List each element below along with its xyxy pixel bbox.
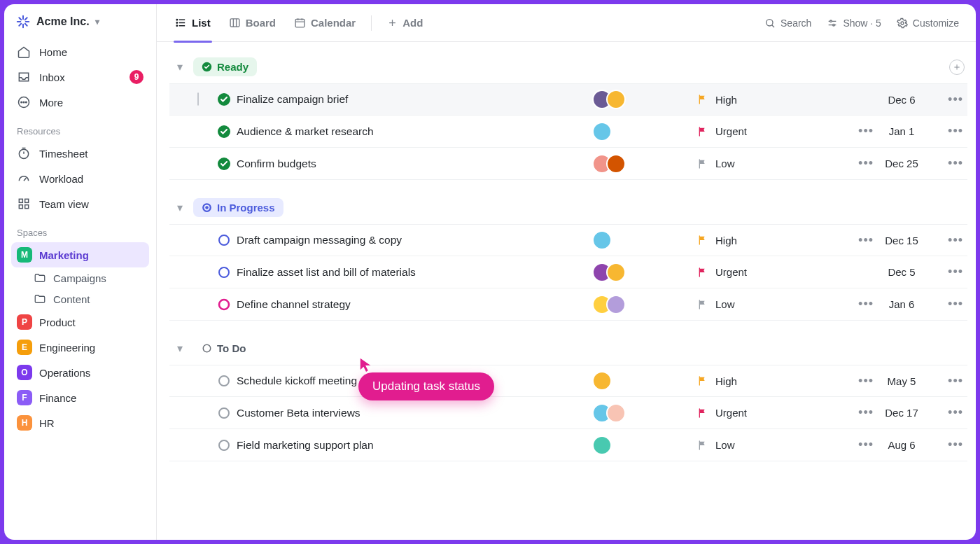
customize-button[interactable]: Customize [891,13,965,33]
add-view-button[interactable]: Add [380,4,430,42]
avatar[interactable] [592,371,612,391]
row-menu-button[interactable]: ••• [948,156,963,171]
status-circle-icon[interactable] [217,157,231,171]
date-cell[interactable]: •••Jan 1 [823,124,921,139]
date-cell[interactable]: •••Dec 17 [823,405,921,420]
subtask-indicator-icon[interactable]: ••• [858,233,874,248]
view-tab-list[interactable]: List [168,4,218,42]
task-row[interactable]: Define channel strategyLow•••Jan 6••• [169,288,967,321]
avatar[interactable] [592,122,612,141]
assignees[interactable] [592,122,697,141]
avatar[interactable] [592,435,612,455]
date-cell[interactable]: •••Dec 15 [823,233,921,248]
assignees[interactable] [592,154,697,174]
chevron-down-icon[interactable]: ▾ [174,202,186,214]
row-menu-button[interactable]: ••• [948,265,963,279]
chevron-down-icon[interactable]: ▾ [174,61,186,74]
row-menu-button[interactable]: ••• [948,297,963,312]
priority-cell[interactable]: High [697,235,823,246]
status-chip-todo[interactable]: To Do [193,339,254,358]
view-tab-calendar[interactable]: Calendar [287,4,363,42]
priority-cell[interactable]: Low [697,158,823,169]
nav-workload[interactable]: Workload [11,166,149,191]
nav-inbox[interactable]: Inbox 9 [11,64,149,90]
subtask-indicator-icon[interactable]: ••• [858,297,874,312]
assignees[interactable] [592,435,697,455]
priority-cell[interactable]: High [697,94,823,106]
subtask-indicator-icon[interactable]: ••• [858,156,874,171]
assignees[interactable] [592,403,697,423]
row-menu-button[interactable]: ••• [948,233,963,248]
date-cell[interactable]: •••Dec 25 [823,156,921,171]
task-row[interactable]: Finalize asset list and bill of material… [169,256,967,288]
assignees[interactable] [592,295,697,314]
avatar[interactable] [606,263,626,282]
date-cell[interactable]: •••May 5 [823,374,921,389]
show-button[interactable]: Show · 5 [821,13,886,33]
add-task-ready[interactable]: ＋ [949,60,965,75]
row-menu-button[interactable]: ••• [948,405,963,420]
avatar[interactable] [606,295,626,314]
date-cell[interactable]: Dec 5 [823,266,921,278]
avatar[interactable] [606,154,626,174]
status-circle-icon[interactable] [217,265,231,279]
date-cell[interactable]: •••Jan 6 [823,297,921,312]
status-circle-icon[interactable] [217,233,231,247]
subtask-indicator-icon[interactable]: ••• [858,405,874,420]
task-row[interactable]: Customer Beta interviewsUrgent•••Dec 17•… [169,397,967,429]
date-cell[interactable]: •••Aug 6 [823,438,921,452]
space-item-hr[interactable]: HHR [11,410,149,435]
status-circle-icon[interactable] [217,298,231,312]
nav-timesheet[interactable]: Timesheet [11,141,149,166]
search-button[interactable]: Search [759,13,817,33]
assignees[interactable] [592,90,697,109]
task-row[interactable]: Audience & market researchUrgent•••Jan 1… [169,116,967,148]
space-item-operations[interactable]: OOperations [11,360,149,385]
task-row[interactable]: Draft campaign messaging & copyHigh•••De… [169,224,967,256]
status-circle-icon[interactable] [217,374,231,388]
task-row[interactable]: Field marketing support planLow•••Aug 6•… [169,429,967,461]
space-item-engineering[interactable]: EEngineering [11,335,149,360]
priority-cell[interactable]: Urgent [697,125,823,137]
row-menu-button[interactable]: ••• [948,124,963,139]
priority-cell[interactable]: Low [697,298,823,310]
subspace-campaigns[interactable]: Campaigns [11,267,149,288]
status-circle-icon[interactable] [217,92,231,106]
chevron-down-icon[interactable]: ▾ [174,342,186,355]
row-menu-button[interactable]: ••• [948,92,963,107]
subtask-indicator-icon[interactable]: ••• [858,374,874,389]
assignees[interactable] [592,371,697,391]
subtask-indicator-icon[interactable]: ••• [858,438,874,452]
row-menu-button[interactable]: ••• [948,438,963,452]
status-circle-icon[interactable] [217,125,231,139]
priority-cell[interactable]: Urgent [697,407,823,419]
status-chip-ready[interactable]: Ready [193,57,257,76]
view-tab-board[interactable]: Board [222,4,283,42]
avatar[interactable] [606,90,626,109]
task-row[interactable]: Schedule kickoff meetingHigh•••May 5••• [169,365,967,397]
status-circle-icon[interactable] [217,438,231,452]
nav-home[interactable]: Home [11,39,149,64]
workspace-switcher[interactable]: Acme Inc. ▾ [11,4,149,39]
task-row[interactable]: Confirm budgetsLow•••Dec 25••• [169,148,967,180]
space-item-marketing[interactable]: MMarketing [11,242,149,267]
avatar[interactable] [606,403,626,423]
priority-cell[interactable]: Urgent [697,266,823,278]
space-item-finance[interactable]: FFinance [11,385,149,410]
priority-cell[interactable]: High [697,375,823,387]
status-chip-progress[interactable]: In Progress [193,198,284,217]
date-cell[interactable]: Dec 6 [823,94,921,106]
row-menu-button[interactable]: ••• [948,374,963,389]
assignees[interactable] [592,263,697,282]
task-checkbox[interactable] [197,93,217,106]
avatar[interactable] [592,230,612,250]
task-row[interactable]: Finalize campaign briefHighDec 6••• [169,83,967,116]
subtask-indicator-icon[interactable]: ••• [858,124,874,139]
nav-more[interactable]: More [11,90,149,115]
priority-cell[interactable]: Low [697,439,823,451]
space-item-product[interactable]: PProduct [11,309,149,335]
subspace-content[interactable]: Content [11,288,149,309]
nav-teamview[interactable]: Team view [11,191,149,216]
status-circle-icon[interactable] [217,406,231,420]
assignees[interactable] [592,230,697,250]
